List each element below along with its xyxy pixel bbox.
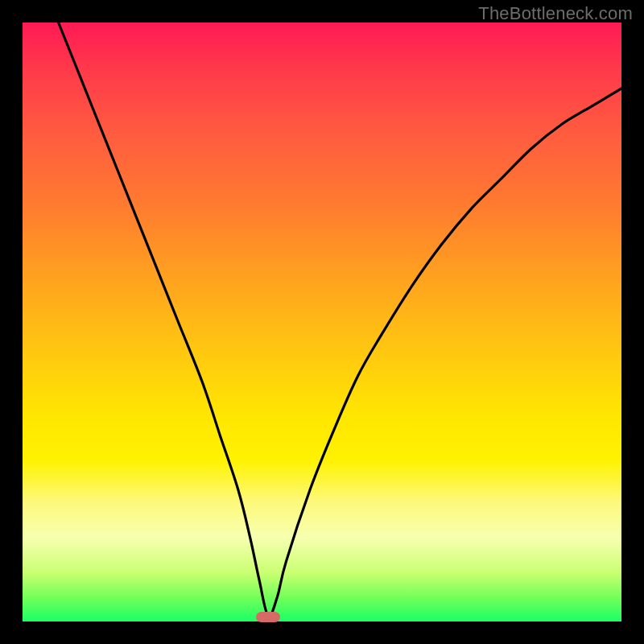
optimal-marker [256, 612, 280, 622]
watermark-text: TheBottleneck.com [478, 3, 633, 24]
bottleneck-curve [23, 23, 621, 621]
chart-frame: TheBottleneck.com [0, 0, 644, 644]
curve-path [59, 23, 621, 616]
plot-area [23, 23, 621, 621]
